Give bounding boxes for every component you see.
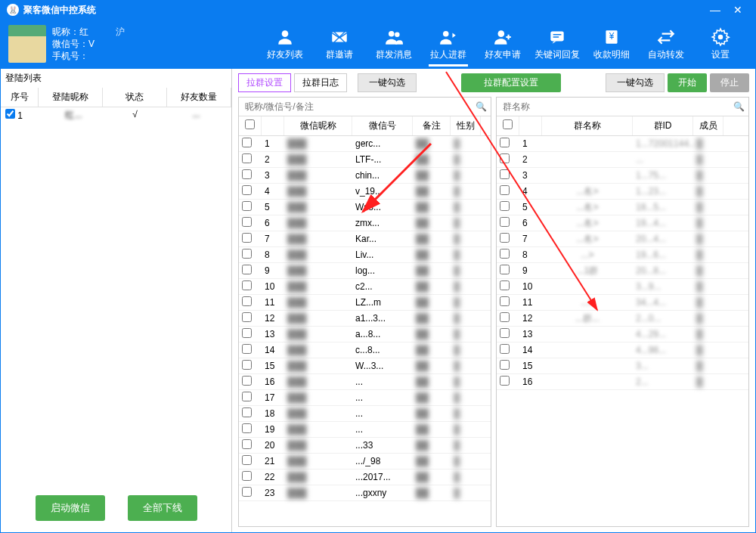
row-checkbox[interactable] xyxy=(242,312,252,322)
close-button[interactable]: ✕ xyxy=(727,4,749,16)
table-row[interactable]: 23███...gxxny███ xyxy=(239,485,491,501)
table-row[interactable]: 4███v_19...███ xyxy=(239,184,491,200)
row-checkbox[interactable] xyxy=(242,439,252,449)
row-checkbox[interactable] xyxy=(242,296,252,306)
friends-body[interactable]: 1███gerc...███2███LTF-...███3███chin...█… xyxy=(239,136,491,526)
table-row[interactable]: 18███...███ xyxy=(239,406,491,422)
stop-button[interactable]: 停止 xyxy=(710,73,749,92)
friends-search-input[interactable] xyxy=(239,98,471,116)
search-icon[interactable]: 🔍 xyxy=(729,98,748,116)
all-offline-button[interactable]: 全部下线 xyxy=(128,495,197,521)
row-checkbox[interactable] xyxy=(242,471,252,481)
table-row[interactable]: 20███...33███ xyxy=(239,438,491,454)
row-checkbox[interactable] xyxy=(500,360,510,370)
row-checkbox[interactable] xyxy=(242,344,252,354)
groups-search-input[interactable] xyxy=(497,98,729,116)
row-checkbox[interactable] xyxy=(242,153,252,163)
row-checkbox[interactable] xyxy=(242,328,252,338)
table-row[interactable]: 8███Liv...███ xyxy=(239,247,491,263)
table-row[interactable]: 5███Ws8...███ xyxy=(239,200,491,215)
row-checkbox[interactable] xyxy=(500,249,510,259)
nav-7[interactable]: 自动转发 xyxy=(639,24,693,64)
row-checkbox[interactable] xyxy=(500,328,510,338)
groups-body[interactable]: 1 1...72001144...█2 ...█3 1...75...█4...… xyxy=(497,136,748,526)
table-row[interactable]: 10 3...9...█ xyxy=(497,279,748,295)
table-row[interactable]: 14 4...98...█ xyxy=(497,342,748,358)
row-checkbox[interactable] xyxy=(500,344,510,354)
table-row[interactable]: 16███...███ xyxy=(239,374,491,390)
table-row[interactable]: 13███a...8...███ xyxy=(239,327,491,342)
row-checkbox[interactable] xyxy=(242,360,252,370)
table-row[interactable]: 8...>19...6...█ xyxy=(497,247,748,263)
nav-2[interactable]: 群发消息 xyxy=(367,24,421,64)
row-checkbox[interactable] xyxy=(242,201,252,211)
row-checkbox[interactable] xyxy=(500,296,510,306)
row-checkbox[interactable] xyxy=(500,169,510,179)
row-checkbox[interactable] xyxy=(242,233,252,243)
table-row[interactable]: 2 ...█ xyxy=(497,152,748,168)
table-row[interactable]: 3 1...75...█ xyxy=(497,168,748,184)
nav-4[interactable]: 好友申请 xyxy=(476,24,530,64)
friends-check-all[interactable] xyxy=(245,119,255,129)
minimize-button[interactable]: — xyxy=(704,4,727,16)
row-checkbox[interactable] xyxy=(242,280,252,290)
row-checkbox[interactable] xyxy=(242,407,252,417)
row-checkbox[interactable] xyxy=(500,265,510,274)
row-checkbox[interactable] xyxy=(500,312,510,322)
table-row[interactable]: 3███chin...███ xyxy=(239,168,491,184)
row-checkbox[interactable] xyxy=(242,265,252,274)
row-checkbox[interactable] xyxy=(242,217,252,227)
nav-0[interactable]: 好友列表 xyxy=(258,24,312,64)
row-checkbox[interactable] xyxy=(242,455,252,465)
table-row[interactable]: 7███Kar...███ xyxy=(239,231,491,247)
login-checkbox[interactable] xyxy=(5,109,15,119)
nav-3[interactable]: 拉人进群 xyxy=(421,24,476,64)
row-checkbox[interactable] xyxy=(242,423,252,433)
table-row[interactable]: 2███LTF-...███ xyxy=(239,152,491,168)
table-row[interactable]: 5...名>18...5...█ xyxy=(497,200,748,215)
row-checkbox[interactable] xyxy=(500,138,510,147)
row-checkbox[interactable] xyxy=(500,233,510,243)
table-row[interactable]: 9███log...███ xyxy=(239,263,491,279)
row-checkbox[interactable] xyxy=(500,185,510,195)
table-row[interactable]: 1 1...72001144...█ xyxy=(497,136,748,152)
nav-1[interactable]: 群邀请 xyxy=(312,24,367,64)
start-button[interactable]: 开始 xyxy=(668,73,707,92)
table-row[interactable]: 12███a1...3...███ xyxy=(239,311,491,327)
row-checkbox[interactable] xyxy=(242,376,252,386)
table-row[interactable]: 19███...███ xyxy=(239,422,491,438)
row-checkbox[interactable] xyxy=(500,217,510,227)
groups-check-all[interactable] xyxy=(503,119,513,129)
tab-group-log[interactable]: 拉群日志 xyxy=(294,73,347,92)
row-checkbox[interactable] xyxy=(500,376,510,386)
group-config-button[interactable]: 拉群配置设置 xyxy=(461,73,561,92)
table-row[interactable]: 12...群...2...0...█ xyxy=(497,311,748,327)
row-checkbox[interactable] xyxy=(242,249,252,259)
table-row[interactable]: 11...>34...4...█ xyxy=(497,295,748,311)
check-all-left-button[interactable]: 一键勾选 xyxy=(358,73,417,92)
table-row[interactable]: 11███LZ...m███ xyxy=(239,295,491,311)
nav-8[interactable]: 设置 xyxy=(693,24,748,64)
table-row[interactable]: 10███c2...███ xyxy=(239,279,491,295)
table-row[interactable]: 6███zmx...███ xyxy=(239,215,491,231)
row-checkbox[interactable] xyxy=(242,185,252,195)
start-wechat-button[interactable]: 启动微信 xyxy=(36,495,105,521)
table-row[interactable]: 7...名>20...4...█ xyxy=(497,231,748,247)
table-row[interactable]: 9...1群20...8...█ xyxy=(497,263,748,279)
table-row[interactable]: 15███W...3...███ xyxy=(239,358,491,374)
row-checkbox[interactable] xyxy=(242,487,252,497)
row-checkbox[interactable] xyxy=(500,201,510,211)
nav-5[interactable]: 关键词回复 xyxy=(530,24,584,64)
row-checkbox[interactable] xyxy=(500,153,510,163)
table-row[interactable]: 17███...███ xyxy=(239,390,491,406)
table-row[interactable]: 22███...2017...███ xyxy=(239,469,491,485)
row-checkbox[interactable] xyxy=(242,169,252,179)
table-row[interactable]: 6...名>19...4...█ xyxy=(497,215,748,231)
nav-6[interactable]: ¥收款明细 xyxy=(584,24,639,64)
row-checkbox[interactable] xyxy=(500,280,510,290)
login-row[interactable]: 1 红... √ ... xyxy=(1,107,231,123)
table-row[interactable]: 15 3...█ xyxy=(497,358,748,374)
row-checkbox[interactable] xyxy=(242,392,252,401)
table-row[interactable]: 4...名>1...23...█ xyxy=(497,184,748,200)
tab-group-settings[interactable]: 拉群设置 xyxy=(238,73,291,92)
